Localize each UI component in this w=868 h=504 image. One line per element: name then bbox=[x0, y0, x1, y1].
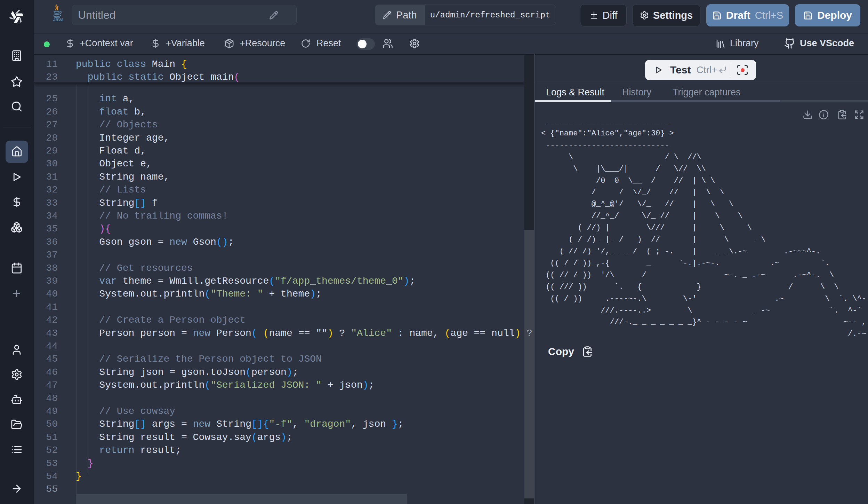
svg-text:Java: Java bbox=[53, 17, 63, 22]
